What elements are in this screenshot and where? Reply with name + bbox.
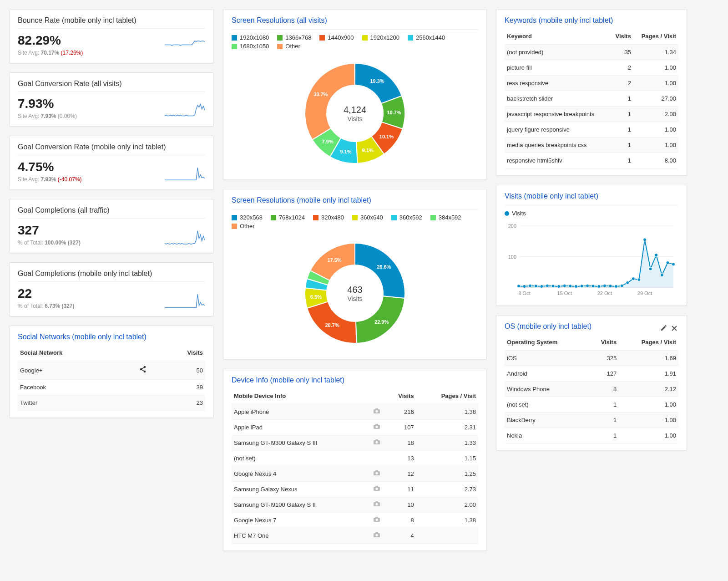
table-row[interactable]: backstretch slider127.00 [505,91,678,107]
os-title[interactable]: OS (mobile only incl tablet) [505,322,592,331]
chart-point[interactable] [649,267,652,270]
table-row[interactable]: jquery figure responsive11.00 [505,122,678,138]
donut1-title[interactable]: Screen Resolutions (all visits) [232,16,478,25]
chart-point[interactable] [580,285,583,288]
metric-subtext: Site Avg: 70.17% (17.26%) [18,50,83,56]
legend-item[interactable]: 1920x1200 [362,34,399,41]
chart-point[interactable] [563,284,566,287]
table-row[interactable]: Samsung Galaxy Nexus112.73 [232,482,478,497]
table-row[interactable]: javascript responsive breakpoints12.00 [505,107,678,122]
kw-ppv: 1.00 [633,122,678,138]
visits-chart-title[interactable]: Visits (mobile only incl tablet) [505,192,678,200]
device-ppv: 1.25 [416,466,478,482]
chart-point[interactable] [643,238,647,241]
table-row[interactable]: (not set)11.00 [505,397,678,413]
table-row[interactable]: iOS3251.69 [505,351,678,366]
close-icon[interactable] [670,325,678,334]
legend-item[interactable]: 320x480 [313,214,344,221]
donut2-legend: 320x568768x1024320x480360x640360x592384x… [232,214,478,229]
chart-point[interactable] [551,285,555,288]
device-name: Samsung Galaxy Nexus [232,482,371,497]
legend-item[interactable]: 384x592 [430,214,461,221]
chart-point[interactable] [615,285,618,288]
table-row[interactable]: (not provided)351.34 [505,45,678,60]
chart-point[interactable] [637,278,641,281]
chart-point[interactable] [529,284,532,287]
chart-point[interactable] [546,284,549,287]
chart-point[interactable] [597,285,601,288]
table-row[interactable]: Facebook39 [18,380,205,395]
keywords-title[interactable]: Keywords (mobile only incl tablet) [505,16,678,25]
kw-ppv: 2.00 [633,107,678,122]
chart-point[interactable] [586,284,589,287]
legend-item[interactable]: Other [232,223,255,229]
camera-icon[interactable] [373,408,380,415]
table-row[interactable]: ress responsive21.00 [505,76,678,91]
legend-item[interactable]: 1440x900 [319,34,354,41]
table-row[interactable]: Apple iPad1072.31 [232,420,478,435]
chart-point[interactable] [569,285,572,288]
table-row[interactable]: Windows Phone82.12 [505,382,678,397]
camera-icon[interactable] [373,486,380,493]
chart-point[interactable] [666,261,669,265]
chart-point[interactable] [603,284,606,287]
chart-point[interactable] [517,285,521,288]
chart-point[interactable] [557,285,561,288]
table-row[interactable]: HTC M7 One4 [232,528,478,544]
legend-item[interactable]: 320x568 [232,214,263,221]
chart-point[interactable] [655,254,658,257]
donut-slice[interactable] [305,63,355,140]
legend-item[interactable]: 1680x1050 [232,43,269,50]
table-row[interactable]: BlackBerry11.00 [505,413,678,428]
legend-item[interactable]: 2560x1440 [408,34,445,41]
camera-icon[interactable] [373,424,380,431]
camera-icon[interactable] [373,517,380,524]
legend-item[interactable]: 360x640 [352,214,383,221]
device-info-title[interactable]: Device Info (mobile only incl tablet) [232,376,478,384]
camera-icon[interactable] [373,532,380,539]
legend-item[interactable]: 360x592 [391,214,422,221]
chart-point[interactable] [592,285,595,288]
col-ppv: Pages / Visit [619,334,678,351]
kw-name: picture fill [505,60,610,76]
legend-item[interactable]: Other [277,43,300,50]
table-row[interactable]: Apple iPhone2161.38 [232,404,478,420]
chart-point[interactable] [534,285,537,288]
table-row[interactable]: Samsung GT-I9100 Galaxy S II102.00 [232,497,478,513]
donut2-title[interactable]: Screen Resolutions (mobile only incl tab… [232,196,478,204]
legend-item[interactable]: 1920x1080 [232,34,269,41]
legend-item[interactable]: 1366x768 [277,34,311,41]
chart-point[interactable] [660,274,663,277]
legend-label: 384x592 [439,214,461,221]
chart-point[interactable] [540,285,543,288]
table-row[interactable]: Google Nexus 4121.25 [232,466,478,482]
table-row[interactable]: Google Nexus 781.38 [232,513,478,528]
table-row[interactable]: media queries breakpoints css11.00 [505,138,678,153]
chart-point[interactable] [609,285,612,288]
chart-point[interactable] [626,281,629,284]
slice-pct: 7.9% [322,139,334,144]
chart-point[interactable] [574,285,577,288]
os-visits: 127 [588,366,619,382]
camera-icon[interactable] [373,470,380,477]
chart-point[interactable] [620,284,623,287]
chart-point[interactable] [672,263,675,266]
table-row[interactable]: Twitter23 [18,395,205,411]
edit-icon[interactable] [659,325,668,334]
table-row[interactable]: Android1271.91 [505,366,678,382]
chart-point[interactable] [632,277,635,280]
table-row[interactable]: Google+50 [18,361,205,380]
camera-icon[interactable] [373,501,380,508]
device-ppv: 2.00 [416,497,478,513]
camera-icon[interactable] [373,439,380,446]
kw-visits: 1 [610,107,633,122]
table-row[interactable]: picture fill21.00 [505,60,678,76]
social-visits: 23 [158,395,205,411]
chart-point[interactable] [523,285,526,288]
table-row[interactable]: Nokia11.00 [505,428,678,443]
social-networks-title[interactable]: Social Networks (mobile only incl tablet… [18,333,205,341]
table-row[interactable]: responsive html5shiv18.00 [505,153,678,168]
legend-item[interactable]: 768x1024 [271,214,305,221]
table-row[interactable]: (not set)131.15 [232,451,478,466]
table-row[interactable]: Samsung GT-I9300 Galaxy S III181.33 [232,435,478,451]
